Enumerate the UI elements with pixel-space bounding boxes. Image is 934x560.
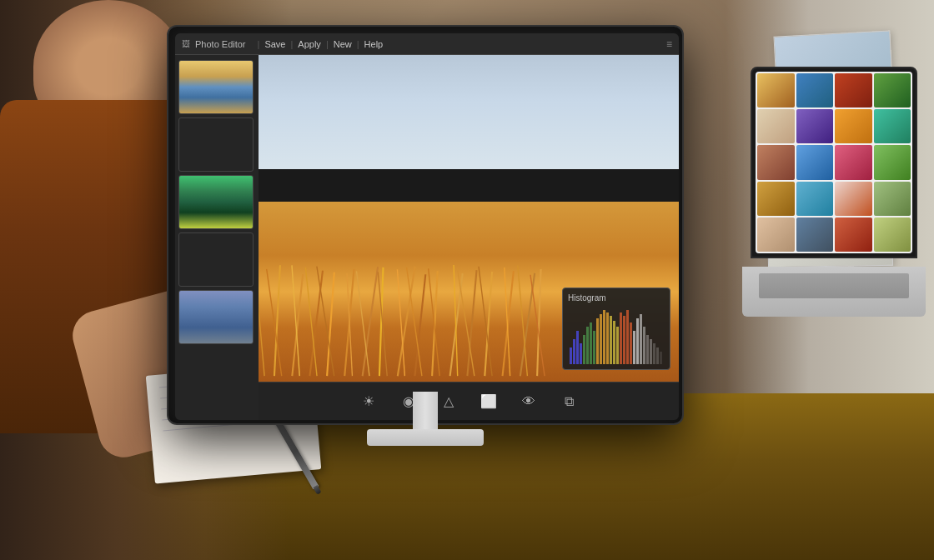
monitor-stand-base bbox=[367, 429, 484, 446]
scene: 🖼 Photo Editor | Save | Apply | New | He… bbox=[0, 0, 934, 560]
svg-rect-57 bbox=[650, 339, 652, 364]
toolbar-layers-icon[interactable]: ⧉ bbox=[559, 392, 579, 412]
laptop-thumb-11[interactable] bbox=[835, 145, 872, 179]
svg-rect-0 bbox=[259, 271, 265, 376]
thumbnails-sidebar bbox=[175, 55, 259, 420]
separator-3: | bbox=[326, 39, 329, 49]
menu-bar: 🖼 Photo Editor | Save | Apply | New | He… bbox=[175, 33, 679, 55]
separator-1: | bbox=[258, 39, 260, 49]
laptop-thumb-13[interactable] bbox=[757, 182, 795, 216]
laptop-thumb-1[interactable] bbox=[757, 73, 795, 108]
thumbnail-1[interactable] bbox=[178, 60, 254, 114]
thumbnail-5[interactable] bbox=[178, 290, 254, 344]
laptop-thumb-2[interactable] bbox=[796, 73, 834, 108]
svg-rect-36 bbox=[580, 343, 582, 364]
laptop-thumb-6[interactable] bbox=[796, 109, 834, 143]
svg-rect-55 bbox=[643, 327, 645, 364]
svg-rect-19 bbox=[431, 271, 439, 376]
thumbnail-2[interactable] bbox=[178, 118, 254, 172]
svg-rect-42 bbox=[600, 314, 602, 364]
svg-rect-50 bbox=[626, 310, 629, 364]
laptop-keyboard bbox=[742, 267, 926, 317]
laptop-thumb-9[interactable] bbox=[757, 145, 795, 179]
svg-rect-51 bbox=[630, 322, 632, 364]
svg-rect-38 bbox=[586, 327, 589, 364]
laptop-thumb-14[interactable] bbox=[796, 182, 834, 216]
menu-new[interactable]: New bbox=[334, 39, 352, 49]
svg-rect-60 bbox=[660, 352, 662, 364]
histogram-panel: Histogram bbox=[562, 288, 670, 370]
svg-rect-58 bbox=[653, 343, 655, 364]
monitor-bezel: 🖼 Photo Editor | Save | Apply | New | He… bbox=[167, 25, 684, 425]
svg-rect-8 bbox=[316, 266, 334, 376]
laptop-thumb-20[interactable] bbox=[874, 218, 911, 252]
photo-editor-icon: 🖼 bbox=[182, 39, 190, 48]
toolbar-curves-icon[interactable]: △ bbox=[439, 392, 459, 412]
thumbnail-4[interactable] bbox=[178, 232, 254, 287]
laptop bbox=[751, 67, 917, 317]
menu-help[interactable]: Help bbox=[364, 39, 384, 49]
laptop-bezel bbox=[751, 67, 917, 258]
monitor: 🖼 Photo Editor | Save | Apply | New | He… bbox=[167, 25, 684, 492]
svg-rect-59 bbox=[656, 348, 659, 364]
separator-2: | bbox=[290, 39, 293, 49]
svg-rect-27 bbox=[502, 271, 515, 376]
svg-rect-48 bbox=[620, 312, 622, 364]
histogram-chart bbox=[568, 306, 666, 364]
monitor-screen: 🖼 Photo Editor | Save | Apply | New | He… bbox=[175, 33, 679, 420]
svg-rect-52 bbox=[633, 331, 635, 364]
laptop-thumb-10[interactable] bbox=[796, 145, 834, 179]
histogram-svg bbox=[568, 306, 666, 364]
laptop-thumb-5[interactable] bbox=[757, 109, 795, 143]
laptop-thumb-3[interactable] bbox=[835, 73, 872, 108]
grasses-svg bbox=[259, 265, 550, 382]
svg-rect-40 bbox=[593, 331, 595, 364]
separator-4: | bbox=[357, 39, 359, 49]
app-title: Photo Editor bbox=[195, 39, 246, 49]
svg-rect-33 bbox=[570, 348, 572, 364]
svg-rect-11 bbox=[362, 267, 379, 376]
laptop-thumb-4[interactable] bbox=[874, 73, 911, 108]
svg-rect-20 bbox=[428, 268, 440, 376]
main-canvas[interactable]: Histogram bbox=[259, 55, 679, 420]
svg-rect-54 bbox=[640, 314, 642, 364]
laptop-thumb-12[interactable] bbox=[874, 145, 911, 179]
toolbar-eye-icon[interactable]: 👁 bbox=[519, 392, 539, 412]
toolbar-crop-icon[interactable]: ⬜ bbox=[479, 392, 499, 412]
laptop-thumb-18[interactable] bbox=[796, 218, 834, 252]
laptop-thumb-8[interactable] bbox=[874, 109, 911, 143]
histogram-title: Histogram bbox=[568, 293, 665, 302]
toolbar-brightness-icon[interactable]: ☀ bbox=[359, 392, 379, 412]
laptop-thumb-7[interactable] bbox=[835, 109, 872, 143]
svg-rect-29 bbox=[520, 272, 535, 376]
svg-rect-45 bbox=[610, 316, 612, 364]
thumbnail-3[interactable] bbox=[178, 175, 254, 229]
svg-rect-7 bbox=[326, 272, 335, 377]
svg-rect-56 bbox=[646, 335, 649, 364]
monitor-stand-neck bbox=[413, 392, 438, 433]
svg-rect-34 bbox=[573, 339, 575, 364]
svg-rect-43 bbox=[603, 310, 605, 364]
laptop-thumb-15[interactable] bbox=[835, 182, 872, 216]
svg-rect-41 bbox=[596, 318, 599, 364]
svg-rect-15 bbox=[397, 266, 416, 376]
svg-rect-37 bbox=[583, 335, 585, 364]
svg-rect-46 bbox=[613, 321, 615, 364]
svg-rect-39 bbox=[590, 322, 592, 364]
laptop-screen bbox=[756, 72, 912, 253]
svg-rect-47 bbox=[616, 327, 619, 364]
menu-save[interactable]: Save bbox=[264, 39, 285, 49]
laptop-thumb-19[interactable] bbox=[835, 218, 872, 252]
laptop-thumb-17[interactable] bbox=[757, 218, 795, 252]
bottom-toolbar: ☀ ◉ △ ⬜ 👁 ⧉ bbox=[259, 382, 679, 420]
window-menu-icon[interactable]: ≡ bbox=[666, 38, 672, 50]
app-content: Histogram bbox=[175, 55, 679, 420]
svg-rect-53 bbox=[636, 318, 639, 364]
svg-rect-44 bbox=[606, 312, 609, 364]
menu-apply[interactable]: Apply bbox=[298, 39, 321, 49]
svg-rect-35 bbox=[576, 331, 579, 364]
svg-rect-12 bbox=[356, 271, 370, 376]
laptop-thumb-16[interactable] bbox=[874, 182, 911, 216]
svg-rect-49 bbox=[623, 316, 625, 364]
